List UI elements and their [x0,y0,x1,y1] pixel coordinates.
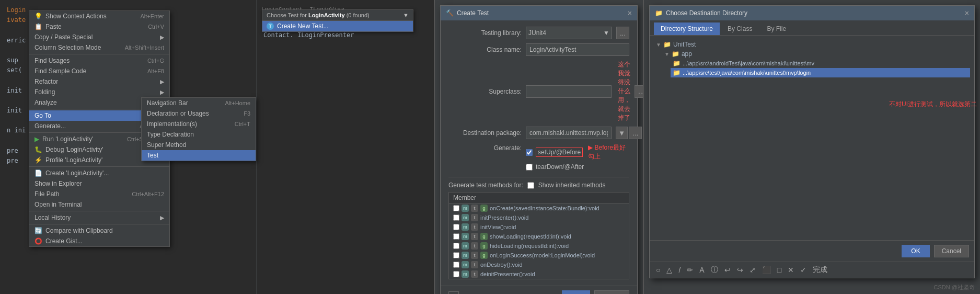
toolbar-x[interactable]: ✕ [786,265,796,275]
member-list-header: Member [448,192,629,203]
lightbulb-icon: 💡 [34,13,42,20]
toolbar-done[interactable]: 完成 [811,264,829,276]
toolbar-circle[interactable]: ○ [654,265,662,275]
toolbar-expand[interactable]: ⤢ [747,265,758,275]
menu-open-in-terminal[interactable]: Open in Terminal [29,199,169,210]
menu-find-usages[interactable]: Find Usages Ctrl+G [29,55,169,66]
member-cb-initpresenter[interactable] [453,214,459,221]
code-line-5: set( [7,66,22,74]
create-test-dialog: 🔨 Create Test × Testing library: JUnit4 … [440,5,638,294]
ok-button-create-test[interactable]: OK [562,290,590,294]
tree-item-app[interactable]: ▼ 📁 app [662,49,970,59]
member-item-oncreate[interactable]: m t g onCreate(savedInstanceState:Bundle… [449,203,629,213]
badge-t-hideloading: t [471,242,478,250]
code-line-10: pre [7,157,18,164]
help-button[interactable]: ? [448,291,459,294]
tab-by-file[interactable]: By File [760,22,793,35]
cancel-button-destination[interactable]: Cancel [934,245,969,257]
toolbar-info[interactable]: ⓘ [709,264,720,276]
submenu-super-method[interactable]: Super Method [142,140,256,150]
badge-m-showloading: m [462,233,469,240]
row-superclass: Superclass: 这个我觉得没什么用，就去掉了 ... [448,60,629,122]
badge-m-oncreate: m [462,205,469,212]
member-item-showloading[interactable]: m t g showLoading(requestId:int):void [449,232,629,241]
checkbox-teardown-after[interactable] [526,164,533,171]
member-item-deinitpresenter[interactable]: m t deinitPresenter():void [449,269,629,279]
menu-paste[interactable]: 📋 Paste Ctrl+V [29,21,169,32]
annotation-before: ▶ Before最好勾上 [588,143,629,161]
member-item-onloginsuccess[interactable]: m t g onLoginSuccess(model:LoginModel):v… [449,251,629,260]
tab-by-class[interactable]: By Class [721,22,759,35]
testing-library-select[interactable]: JUnit4 ▼ [526,27,612,39]
menu-show-context-actions[interactable]: 💡 Show Context Actions Alt+Enter [29,11,169,21]
menu-local-history[interactable]: Local History ▶ [29,212,169,223]
member-cb-onloginsuccess[interactable] [453,252,459,258]
superclass-input[interactable] [526,85,612,98]
submenu-navigation-bar[interactable]: Navigation Bar Alt+Home [142,98,256,108]
testing-library-more-btn[interactable]: ... [616,27,629,39]
generate-test-methods-header: Generate test methods for: Show inherite… [448,182,629,189]
pkg-more-btn[interactable]: ... [629,127,642,139]
cancel-button-create-test[interactable]: Cancel [594,290,629,294]
menu-show-in-explorer[interactable]: Show in Explorer [29,178,169,189]
menu-file-path[interactable]: File Path Ctrl+Alt+F12 [29,189,169,199]
row-destination-package: Destination package: ▼ ... [448,127,629,139]
show-inherited-checkbox[interactable] [527,182,534,189]
submenu-goto: Navigation Bar Alt+Home Declaration or U… [141,97,256,161]
submenu-test[interactable]: Test [142,150,256,161]
toolbar-pencil[interactable]: ✏ [685,265,695,275]
tree-item-unittest[interactable]: ▼ 📁 UnitTest [654,40,970,49]
badge-t-initpresenter: t [471,214,478,221]
create-new-test-item[interactable]: T Create New Test... [262,21,413,31]
menu-copy-paste-special[interactable]: Copy / Paste Special ▶ [29,32,169,42]
code-line-8: n ini [7,127,26,134]
class-name-input[interactable] [526,43,629,56]
dialog-close-create-test[interactable]: × [628,9,632,17]
member-item-initview[interactable]: m t initView():void [449,222,629,232]
member-cb-deinitpresenter[interactable] [453,271,459,277]
menu-create-gist[interactable]: ⭕ Create Gist... [29,236,169,246]
toolbar-square-fill[interactable]: ⬛ [760,265,773,275]
tree-item-android-test[interactable]: 📁 ...\app\src\androidTest\java\com\misha… [671,59,970,68]
badge-t-onloginsuccess: t [471,252,478,259]
code-line-6: init [7,87,22,94]
panel-create-test: ivate j f } 🔨 Create Test × Testing libr… [434,0,643,294]
menu-folding[interactable]: Folding ▶ [29,87,169,97]
tab-directory-structure[interactable]: Directory Structure [654,22,720,35]
submenu-type-declaration[interactable]: Type Declaration [142,129,256,140]
member-cb-oncreate[interactable] [453,205,459,211]
folder-icon-androidtest: 📁 [673,60,681,67]
menu-column-selection[interactable]: Column Selection Mode Alt+Shift+Insert [29,42,169,53]
toolbar-slash[interactable]: / [676,265,683,275]
toolbar-undo[interactable]: ↩ [722,265,733,275]
member-item-hideloading[interactable]: m t g hideLoading(requestId:int):void [449,241,629,251]
member-cb-ondestroy[interactable] [453,262,459,268]
menu-create-loginactivity[interactable]: 📄 Create 'LoginActivity'... [29,168,169,178]
badge-m-ondestroy: m [462,261,469,268]
tree-item-test-login[interactable]: 📁 ...\app\src\test\java\com\mishaki\unit… [671,68,970,77]
ok-button-destination[interactable]: OK [902,245,929,257]
destination-package-input[interactable] [526,127,612,139]
member-cb-hideloading[interactable] [453,243,459,249]
menu-find-sample-code[interactable]: Find Sample Code Alt+F8 [29,66,169,76]
destination-dialog-close[interactable]: × [965,9,969,17]
member-item-ondestroy[interactable]: m t onDestroy():void [449,260,629,269]
menu-refactor[interactable]: Refactor ▶ [29,76,169,87]
toolbar-triangle[interactable]: △ [664,265,674,275]
member-cb-showloading[interactable] [453,233,459,240]
menu-compare-clipboard[interactable]: 🔄 Compare with Clipboard [29,225,169,236]
toolbar-redo[interactable]: ↪ [735,265,745,275]
badge-t-ondestroy: t [471,261,478,268]
member-cb-initview[interactable] [453,224,459,230]
member-item-initpresenter[interactable]: m t initPresenter():void [449,213,629,222]
generate-checkboxes: setUp/@Before ▶ Before最好勾上 tearDown/@Aft… [526,143,629,173]
toolbar-check[interactable]: ✓ [798,265,809,275]
submenu-declaration[interactable]: Declaration or Usages F3 [142,108,256,119]
pkg-dropdown-btn[interactable]: ▼ [616,127,628,139]
choose-test-close[interactable]: ▼ [403,12,409,18]
submenu-implementations[interactable]: Implementation(s) Ctrl+T [142,119,256,129]
toolbar-a[interactable]: A [697,265,706,275]
checkbox-setup-before[interactable] [526,149,533,156]
badge-m-deinitpresenter: m [462,270,469,278]
toolbar-square[interactable]: □ [775,265,783,275]
